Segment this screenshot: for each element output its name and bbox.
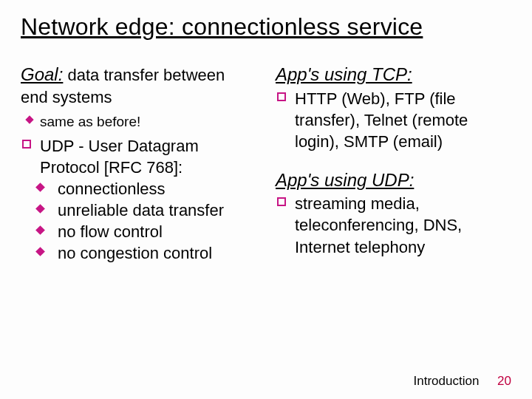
udp-head-text: UDP - User Datagram Protocol [RFC 768]: — [40, 137, 199, 177]
udp-item-a: connectionless — [21, 178, 256, 200]
tcp-heading: App's using TCP: — [276, 63, 511, 86]
goal-block: Goal: data transfer between end systems — [21, 63, 256, 108]
tcp-body-text: HTTP (Web), FTP (file transfer), Telnet … — [295, 89, 468, 151]
slide-title: Network edge: connectionless service — [21, 13, 511, 41]
tcp-section: App's using TCP: HTTP (Web), FTP (file t… — [276, 63, 511, 152]
udp-item-d-text: no congestion control — [58, 244, 212, 262]
left-column: Goal: data transfer between end systems … — [21, 63, 256, 274]
udp-item-d: no congestion control — [21, 242, 256, 264]
square-bullet-icon — [277, 197, 286, 206]
udp-item-b-text: unreliable data transfer — [58, 201, 224, 219]
goal-sub-item: same as before! — [21, 112, 256, 131]
square-bullet-icon — [277, 92, 286, 101]
footer: Introduction 20 — [414, 374, 512, 389]
udp-block: UDP - User Datagram Protocol [RFC 768]: — [21, 135, 256, 178]
content-columns: Goal: data transfer between end systems … — [21, 63, 511, 274]
tcp-body-item: HTTP (Web), FTP (file transfer), Telnet … — [276, 88, 511, 152]
slide: Network edge: connectionless service Goa… — [0, 0, 532, 399]
udp-item-b: unreliable data transfer — [21, 200, 256, 221]
udp-item-a-text: connectionless — [58, 180, 166, 198]
diamond-bullet-icon — [35, 204, 45, 214]
goal-label: Goal: — [21, 64, 63, 84]
page-number: 20 — [497, 374, 511, 388]
udp-apps-heading: App's using UDP: — [276, 168, 511, 192]
udp-apps-body-item: streaming media, teleconferencing, DNS, … — [276, 193, 511, 257]
diamond-bullet-icon — [25, 115, 33, 123]
diamond-bullet-icon — [35, 183, 45, 192]
udp-apps-section: App's using UDP: streaming media, teleco… — [276, 168, 511, 258]
udp-item-c-text: no flow control — [58, 222, 163, 241]
udp-item-c: no flow control — [21, 221, 256, 242]
footer-section: Introduction — [414, 374, 480, 388]
diamond-bullet-icon — [35, 247, 45, 256]
udp-apps-body-text: streaming media, teleconferencing, DNS, … — [295, 194, 462, 256]
goal-sub-text: same as before! — [40, 114, 140, 129]
diamond-bullet-icon — [35, 225, 45, 235]
square-bullet-icon — [22, 140, 31, 149]
right-column: App's using TCP: HTTP (Web), FTP (file t… — [276, 63, 511, 274]
